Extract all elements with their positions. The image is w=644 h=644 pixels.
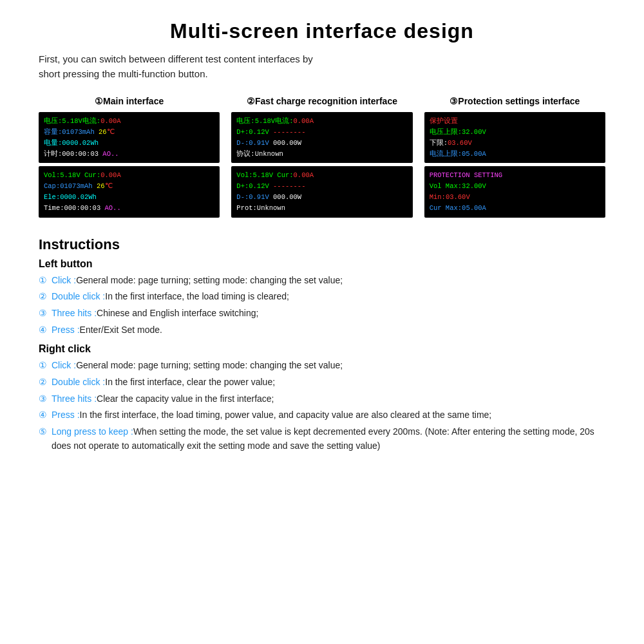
left-item-2: ② Double click :In the first interface, … — [39, 290, 605, 304]
screen-lcd-2-cn: 电压:5.18V电流:0.00A D+:0.12V -------- D-:0.… — [231, 112, 412, 163]
right-item-4: ④ Press :In the first interface, the loa… — [39, 408, 605, 422]
instructions-title: Instructions — [39, 236, 605, 253]
screen-block-3: ③Protection settings interface 保护设置 电压上限… — [424, 95, 605, 221]
screen-lcd-2-en: Vol:5.18V Cur:0.00A D+:0.12V -------- D-… — [231, 166, 412, 217]
screen-label-2: ②Fast charge recognition interface — [247, 95, 397, 107]
subtitle-text: First, you can switch between different … — [39, 52, 605, 81]
right-item-5: ⑤ Long press to keep :When setting the m… — [39, 425, 605, 453]
left-button-title: Left button — [39, 258, 605, 270]
left-item-1: ① Click :General mode: page turning; set… — [39, 274, 605, 288]
left-item-3: ③ Three hits :Chinese and English interf… — [39, 307, 605, 321]
right-click-title: Right click — [39, 343, 605, 355]
page-title: Multi-screen interface design — [39, 19, 605, 43]
screen-lcd-3-cn: 保护设置 电压上限:32.00V 下限:03.60V 电流上限:05.00A — [424, 112, 605, 163]
left-item-4: ④ Press :Enter/Exit Set mode. — [39, 323, 605, 337]
right-item-2: ② Double click :In the first interface, … — [39, 375, 605, 390]
page: Multi-screen interface design First, you… — [0, 0, 644, 644]
screen-lcd-1-en: Vol:5.18V Cur:0.00A Cap:01073mAh 26℃ Ele… — [39, 166, 220, 217]
screen-block-2: ②Fast charge recognition interface 电压:5.… — [231, 95, 412, 221]
instructions-section: Instructions Left button ① Click :Genera… — [39, 236, 605, 453]
screen-label-1: ①Main interface — [95, 95, 164, 107]
screen-block-1: ①Main interface 电压:5.18V电流:0.00A 容量:0107… — [39, 95, 220, 221]
right-item-3: ③ Three hits :Clear the capacity value i… — [39, 392, 605, 406]
screens-section: ①Main interface 电压:5.18V电流:0.00A 容量:0107… — [39, 95, 605, 221]
screen-lcd-1-cn: 电压:5.18V电流:0.00A 容量:01073mAh 26℃ 电量:0000… — [39, 112, 220, 163]
screen-label-3: ③Protection settings interface — [450, 95, 580, 107]
right-item-1: ① Click :General mode: page turning; set… — [39, 359, 605, 373]
screen-lcd-3-en: PROTECTION SETTING Vol Max:32.00V Min:03… — [424, 166, 605, 217]
